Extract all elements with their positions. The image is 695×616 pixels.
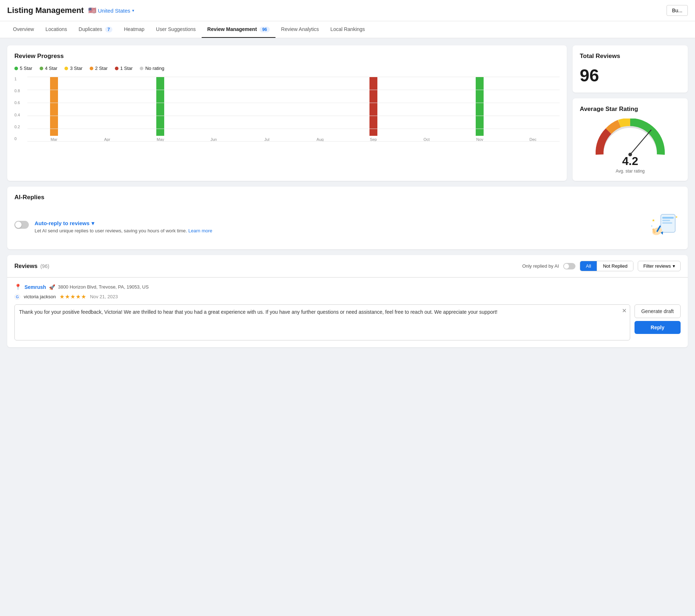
location-pin-icon: 📍 bbox=[14, 284, 22, 290]
tab-user-suggestions[interactable]: User Suggestions bbox=[150, 21, 202, 38]
svg-text:★: ★ bbox=[675, 215, 678, 219]
grid-line-0 bbox=[27, 141, 560, 142]
y-label-08: 0.8 bbox=[14, 89, 20, 93]
location-address: 3800 Horizon Blvd, Trevose, PA, 19053, U… bbox=[58, 284, 149, 290]
bar-nov: Nov bbox=[453, 77, 506, 142]
reply-textarea[interactable]: Thank you for your positive feedback, Vi… bbox=[14, 304, 630, 340]
small-toggle-knob bbox=[564, 264, 569, 269]
svg-rect-5 bbox=[662, 222, 672, 224]
header-right: Bu... bbox=[667, 5, 688, 16]
header: Listing Management 🇺🇸 United States ▾ Bu… bbox=[0, 0, 695, 21]
reply-button[interactable]: Reply bbox=[635, 321, 681, 334]
svg-line-0 bbox=[630, 130, 651, 155]
duplicates-badge: 7 bbox=[105, 27, 113, 32]
tab-heatmap[interactable]: Heatmap bbox=[118, 21, 150, 38]
close-reply-button[interactable]: ✕ bbox=[622, 307, 627, 314]
auto-reply-title[interactable]: Auto-reply to reviews ▾ bbox=[35, 220, 212, 227]
reviews-section: Reviews (96) Only replied by AI All Not … bbox=[7, 255, 688, 347]
rocket-icon: 🚀 bbox=[49, 284, 55, 290]
tab-review-management[interactable]: Review Management 96 bbox=[202, 21, 275, 38]
avg-rating-card: Average Star Rating bbox=[573, 98, 688, 181]
legend-3star: 3 Star bbox=[64, 66, 82, 71]
review-progress-title: Review Progress bbox=[14, 53, 560, 60]
bar-jun: Jun bbox=[187, 77, 240, 142]
reviews-count: (96) bbox=[40, 263, 49, 269]
generate-draft-button[interactable]: Generate draft bbox=[635, 304, 681, 318]
legend-4star: 4 Star bbox=[40, 66, 58, 71]
bar-jul: Jul bbox=[240, 77, 293, 142]
tab-not-replied[interactable]: Not Replied bbox=[597, 261, 633, 271]
auto-reply-description: Let AI send unique replies to user revie… bbox=[35, 228, 212, 233]
svg-text:✦: ✦ bbox=[651, 225, 653, 227]
tab-duplicates[interactable]: Duplicates 7 bbox=[73, 21, 118, 38]
grid-line-04 bbox=[27, 116, 560, 116]
toggle-knob bbox=[15, 222, 22, 228]
country-selector[interactable]: 🇺🇸 United States ▾ bbox=[88, 6, 134, 14]
y-label-0: 0 bbox=[14, 137, 20, 141]
chevron-down-icon: ▾ bbox=[91, 220, 94, 227]
location-name[interactable]: Semrush bbox=[24, 284, 46, 290]
ai-illustration: ★ ★ ✦ bbox=[650, 213, 681, 241]
auto-reply-toggle[interactable] bbox=[14, 221, 29, 229]
legend-label-5star: 5 Star bbox=[20, 66, 32, 71]
y-label-04: 0.4 bbox=[14, 113, 20, 117]
y-label-1: 1 bbox=[14, 77, 20, 81]
star-rating: ★★★★★ bbox=[59, 293, 86, 300]
reply-textarea-wrap: Thank you for your positive feedback, Vi… bbox=[14, 304, 630, 342]
y-axis: 1 0.8 0.6 0.4 0.2 0 bbox=[14, 77, 20, 142]
ai-replies-text: Auto-reply to reviews ▾ Let AI send uniq… bbox=[35, 220, 212, 233]
main-content: Review Progress 5 Star 4 Star 3 Star 2 bbox=[0, 38, 695, 354]
bar-may: May bbox=[134, 77, 187, 142]
only-ai-toggle[interactable] bbox=[563, 263, 575, 269]
legend-dot-2star bbox=[90, 67, 93, 70]
country-name: United States bbox=[98, 8, 130, 14]
tab-all[interactable]: All bbox=[580, 261, 597, 271]
legend-label-4star: 4 Star bbox=[45, 66, 58, 71]
review-location: 📍 Semrush 🚀 3800 Horizon Blvd, Trevose, … bbox=[14, 284, 681, 290]
gauge-container: 4.2 Avg. star rating bbox=[580, 119, 681, 174]
reviews-header: Reviews (96) Only replied by AI All Not … bbox=[7, 255, 688, 277]
filter-reviews-button[interactable]: Filter reviews ▾ bbox=[638, 261, 681, 271]
ai-replies-left: Auto-reply to reviews ▾ Let AI send uniq… bbox=[14, 220, 212, 233]
right-cards: Total Reviews 96 Average Star Rating bbox=[573, 45, 688, 181]
total-reviews-count: 96 bbox=[580, 66, 681, 85]
ai-replies-section: AI-Replies Auto-reply to reviews ▾ Let A… bbox=[7, 187, 688, 249]
only-ai-label: Only replied by AI bbox=[522, 263, 559, 269]
review-management-badge: 96 bbox=[260, 27, 269, 32]
svg-rect-4 bbox=[662, 220, 670, 221]
legend-label-norating: No rating bbox=[145, 66, 164, 71]
bar-aug: Aug bbox=[293, 77, 347, 142]
total-reviews-card: Total Reviews 96 bbox=[573, 45, 688, 93]
bars-container: Mar Apr May bbox=[27, 77, 560, 142]
tab-overview[interactable]: Overview bbox=[7, 21, 40, 38]
legend-dot-3star bbox=[64, 67, 68, 70]
legend-label-1star: 1 Star bbox=[120, 66, 133, 71]
svg-text:★: ★ bbox=[652, 218, 655, 222]
learn-more-link[interactable]: Learn more bbox=[188, 228, 212, 233]
top-row: Review Progress 5 Star 4 Star 3 Star 2 bbox=[7, 45, 688, 181]
grid-line-1 bbox=[27, 77, 560, 77]
legend-dot-4star bbox=[40, 67, 43, 70]
reviews-title-container: Reviews (96) bbox=[14, 263, 49, 269]
reviews-filters: Only replied by AI All Not Replied Filte… bbox=[522, 261, 681, 271]
bar-sep: Sep bbox=[347, 77, 400, 142]
tab-review-analytics[interactable]: Review Analytics bbox=[275, 21, 325, 38]
legend-norating: No rating bbox=[140, 66, 164, 71]
tab-locations[interactable]: Locations bbox=[40, 21, 73, 38]
legend-2star: 2 Star bbox=[90, 66, 108, 71]
bu-button[interactable]: Bu... bbox=[667, 5, 688, 16]
reviews-title: Reviews bbox=[14, 263, 37, 269]
flag-icon: 🇺🇸 bbox=[88, 6, 96, 14]
legend-1star: 1 Star bbox=[115, 66, 133, 71]
chart-legend: 5 Star 4 Star 3 Star 2 Star 1 Star bbox=[14, 66, 560, 71]
nav-tabs: Overview Locations Duplicates 7 Heatmap … bbox=[0, 21, 695, 38]
ai-replies-content: Auto-reply to reviews ▾ Let AI send uniq… bbox=[14, 207, 681, 242]
total-reviews-title: Total Reviews bbox=[580, 53, 681, 60]
reply-actions: Generate draft Reply bbox=[635, 304, 681, 334]
bar-apr: Apr bbox=[81, 77, 134, 142]
reply-box: Thank you for your positive feedback, Vi… bbox=[14, 304, 681, 342]
google-icon: G bbox=[14, 294, 20, 300]
avg-rating-title: Average Star Rating bbox=[580, 106, 681, 113]
tab-local-rankings[interactable]: Local Rankings bbox=[325, 21, 371, 38]
legend-5star: 5 Star bbox=[14, 66, 32, 71]
